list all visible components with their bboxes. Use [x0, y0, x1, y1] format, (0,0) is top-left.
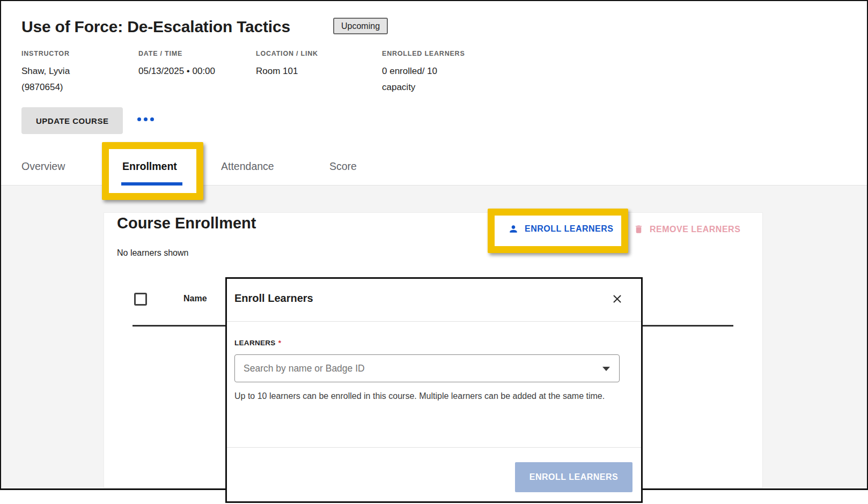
modal-footer-divider	[227, 447, 641, 448]
enroll-learners-modal: Enroll Learners LEARNERS* Up to 10 learn…	[225, 277, 643, 503]
column-header-name: Name	[183, 294, 207, 303]
remove-learners-label: REMOVE LEARNERS	[650, 225, 740, 234]
info-location: LOCATION / LINK Room 101	[256, 50, 318, 79]
location-value: Room 101	[256, 63, 318, 79]
modal-title: Enroll Learners	[234, 292, 313, 305]
more-horizontal-icon	[137, 117, 154, 121]
person-icon	[508, 224, 519, 234]
info-label: ENROLLED LEARNERS	[382, 50, 465, 57]
close-icon	[610, 292, 624, 306]
required-asterisk: *	[278, 339, 282, 347]
tab-overview[interactable]: Overview	[21, 160, 65, 173]
remove-learners-button[interactable]: REMOVE LEARNERS	[634, 224, 740, 235]
info-label: INSTRUCTOR	[21, 50, 70, 57]
status-badge: Upcoming	[333, 18, 388, 34]
enroll-learners-button[interactable]: ENROLL LEARNERS	[508, 224, 613, 234]
helper-text: Up to 10 learners can be enrolled in thi…	[234, 389, 616, 403]
modal-close-button[interactable]	[609, 291, 625, 307]
active-tab-indicator	[121, 182, 182, 186]
learner-search-input[interactable]	[235, 355, 619, 382]
datetime-value: 05/13/2025 • 00:00	[138, 63, 215, 79]
empty-state-text: No learners shown	[117, 248, 188, 258]
instructor-id: (9870654)	[21, 79, 70, 95]
enrolled-count: 0 enrolled/ 10	[382, 63, 465, 79]
info-instructor: INSTRUCTOR Shaw, Lyvia (9870654)	[21, 50, 70, 95]
learners-field-label: LEARNERS*	[234, 339, 281, 347]
tab-enrollment[interactable]: Enrollment	[122, 160, 177, 173]
info-datetime: DATE / TIME 05/13/2025 • 00:00	[138, 50, 215, 79]
tab-score[interactable]: Score	[329, 160, 357, 173]
info-label: LOCATION / LINK	[256, 50, 318, 57]
capacity-label: capacity	[382, 79, 465, 95]
update-course-button[interactable]: UPDATE COURSE	[21, 107, 123, 134]
tab-attendance[interactable]: Attendance	[221, 160, 274, 173]
page-title: Use of Force: De-Escalation Tactics	[21, 18, 290, 36]
dropdown-caret-icon[interactable]	[602, 367, 610, 371]
more-options-button[interactable]	[134, 114, 157, 124]
learner-search-combobox	[234, 354, 620, 382]
info-label: DATE / TIME	[138, 50, 215, 57]
trash-icon	[634, 224, 644, 235]
modal-header-divider	[227, 321, 641, 322]
enroll-learners-label: ENROLL LEARNERS	[525, 224, 613, 234]
instructor-name: Shaw, Lyvia	[21, 63, 70, 79]
select-all-checkbox[interactable]	[134, 293, 147, 306]
modal-enroll-learners-button[interactable]: ENROLL LEARNERS	[515, 462, 632, 492]
section-heading: Course Enrollment	[117, 214, 256, 232]
info-enrolled-learners: ENROLLED LEARNERS 0 enrolled/ 10 capacit…	[382, 50, 465, 95]
